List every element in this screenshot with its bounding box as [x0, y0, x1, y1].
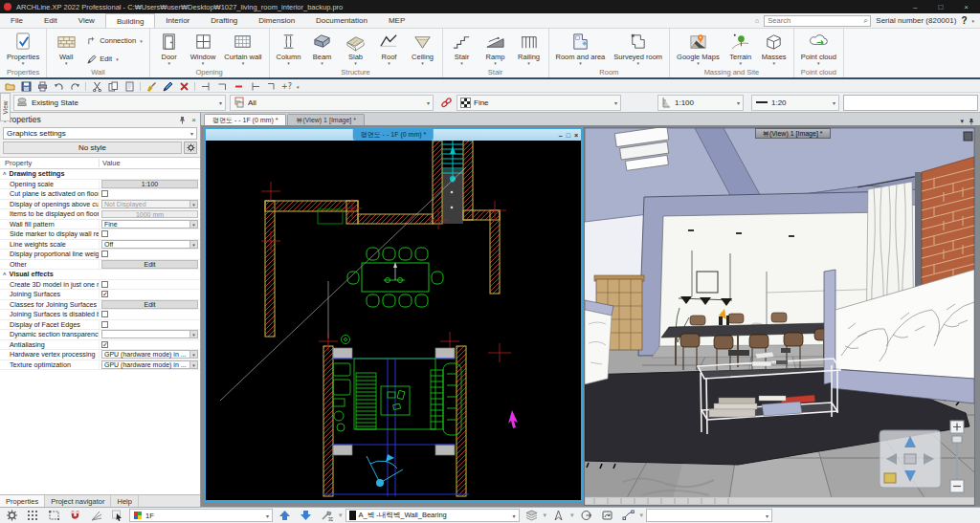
- wall-fill-pattern-select[interactable]: Fine▾: [101, 220, 198, 229]
- wall-break-tool-button[interactable]: [233, 81, 244, 92]
- ribbon-button-properties[interactable]: Properties▾: [7, 32, 39, 65]
- rotate-view-button[interactable]: [598, 509, 616, 522]
- print-button[interactable]: [36, 81, 48, 92]
- wall-l-tool-button[interactable]: [265, 81, 277, 92]
- undo-button[interactable]: [53, 81, 64, 92]
- lineweight-combo[interactable]: 1:20 ▾: [751, 95, 839, 111]
- plan-close-icon[interactable]: ×: [574, 132, 578, 139]
- tab-floor-plan[interactable]: 평면도 - - 1F (0 mm) *: [204, 114, 286, 125]
- tabbar-pin-icon[interactable]: [969, 118, 974, 125]
- wall-type-combo[interactable]: A_벽 -내력벽_Wall_Bearing ▾: [345, 509, 520, 522]
- ribbon-button-beam[interactable]: Beam▾: [310, 32, 335, 65]
- close-button[interactable]: ×: [964, 3, 969, 11]
- ribbon-button-google-maps[interactable]: Google Maps▾: [677, 32, 720, 65]
- grid-toggle-button[interactable]: [24, 509, 42, 522]
- graphics-settings-select[interactable]: Graphics settings ▾: [3, 127, 197, 140]
- floor-plan-canvas[interactable]: [206, 141, 581, 500]
- paste-button[interactable]: [123, 81, 135, 92]
- link-hatch-button[interactable]: [437, 95, 455, 111]
- plan-minimize-icon[interactable]: –: [559, 132, 563, 139]
- qat-caret-icon[interactable]: ▾: [297, 84, 300, 90]
- polyline-edit-button[interactable]: [619, 509, 637, 522]
- tab-help[interactable]: Help: [111, 495, 138, 507]
- view-side-tab[interactable]: View: [0, 93, 11, 121]
- wall-end-tool-button[interactable]: [200, 81, 212, 92]
- view-3d-window[interactable]: 뷰(View) 1 [Image] *: [584, 127, 975, 506]
- delete-button[interactable]: [178, 81, 189, 92]
- line-weights-scale-select[interactable]: Off▾: [101, 240, 198, 249]
- minimize-button[interactable]: –: [913, 3, 917, 11]
- wall-tee-tool-button[interactable]: [249, 81, 260, 92]
- floor-up-button[interactable]: [276, 509, 294, 522]
- ribbon-button-door[interactable]: Door▾: [157, 32, 182, 65]
- angle-snap-button[interactable]: [87, 509, 105, 522]
- section-visual-effects[interactable]: ˄Visual effects: [0, 270, 200, 280]
- cut-button[interactable]: [91, 81, 102, 92]
- selection-frame-button[interactable]: [45, 509, 63, 522]
- maximize-button[interactable]: □: [938, 3, 943, 11]
- ribbon-button-stair[interactable]: Stair▾: [450, 32, 475, 65]
- format-painter-button[interactable]: [145, 81, 157, 92]
- cut-plane-checkbox[interactable]: [101, 190, 108, 197]
- item-count-tool[interactable]: +?: [281, 82, 292, 91]
- menu-building[interactable]: Building: [105, 13, 155, 28]
- home-icon[interactable]: ⌂: [755, 17, 759, 24]
- classes-joining-edit-button[interactable]: Edit: [101, 300, 198, 309]
- scale-combo[interactable]: 1:100 ▾: [657, 95, 744, 111]
- ribbon-button-masses[interactable]: Masses▾: [762, 32, 787, 65]
- menu-documentation[interactable]: Documentation: [305, 13, 378, 28]
- one-material-checkbox[interactable]: [101, 281, 108, 288]
- ribbon-button-column[interactable]: Column▾: [277, 32, 301, 65]
- view-3d-window-tab[interactable]: 뷰(View) 1 [Image] *: [755, 128, 831, 139]
- settings-button[interactable]: [3, 509, 21, 522]
- help-icon[interactable]: ?: [961, 15, 967, 26]
- ribbon-button-window[interactable]: Window▾: [190, 32, 216, 65]
- menu-interior[interactable]: Interior: [155, 13, 200, 28]
- proportional-line-weights-checkbox[interactable]: [101, 251, 108, 257]
- menu-drafting[interactable]: Drafting: [200, 13, 248, 28]
- facet-edges-checkbox[interactable]: [101, 321, 108, 328]
- command-input-combo[interactable]: ▾: [646, 509, 772, 522]
- floor-plan-window[interactable]: 평면도 - - 1F (0 mm) * – □ ×: [204, 127, 583, 502]
- view-pin-icon[interactable]: [964, 132, 972, 141]
- state-combo[interactable]: Existing State ▾: [13, 95, 226, 111]
- floor-plan-window-tab[interactable]: 평면도 - - 1F (0 mm) *: [353, 129, 434, 141]
- style-gear-button[interactable]: [184, 142, 197, 154]
- edit-pencil-button[interactable]: [162, 81, 173, 92]
- ribbon-button-roof[interactable]: Roof▾: [377, 32, 402, 65]
- coordinate-input[interactable]: [843, 95, 978, 111]
- tab-3d-view[interactable]: 뷰(View) 1 [Image] *: [287, 114, 365, 125]
- floor-down-button[interactable]: [297, 509, 315, 522]
- ribbon-button-point-cloud[interactable]: Point cloud▾: [801, 32, 836, 65]
- build-3d-button[interactable]: 3D: [318, 509, 336, 522]
- ribbon-button-curtain-wall[interactable]: Curtain wall▾: [224, 32, 261, 65]
- floor-combo[interactable]: 1F ▾: [129, 509, 273, 522]
- save-button[interactable]: [20, 81, 32, 92]
- section-drawing-settings[interactable]: ˄Drawing settings: [0, 169, 200, 180]
- plan-restore-icon[interactable]: □: [567, 132, 570, 139]
- opening-scale-button[interactable]: 1:100: [101, 180, 198, 188]
- menu-view[interactable]: View: [68, 13, 105, 28]
- snap-magnet-button[interactable]: [66, 509, 84, 522]
- redo-button[interactable]: [69, 81, 80, 92]
- layer-combo[interactable]: All ▾: [230, 95, 434, 111]
- ribbon-button-ramp[interactable]: Ramp▾: [483, 32, 508, 65]
- items-displayed-button[interactable]: 1000 mm: [101, 210, 198, 219]
- section-transparency-select[interactable]: ▾: [101, 330, 198, 338]
- north-arrow-button[interactable]: [549, 509, 568, 522]
- copy-button[interactable]: [107, 81, 119, 92]
- open-button[interactable]: [4, 81, 15, 92]
- view-3d-canvas[interactable]: [585, 128, 974, 505]
- ribbon-button-wall-edit[interactable]: Edit▾: [87, 54, 142, 64]
- select-mode-button[interactable]: [108, 509, 126, 522]
- navigation-pad[interactable]: [880, 430, 941, 488]
- side-marker-checkbox[interactable]: [101, 230, 108, 237]
- ribbon-button-railing[interactable]: Railing▾: [517, 32, 542, 65]
- style-name-button[interactable]: No style: [3, 142, 182, 154]
- search-input[interactable]: [765, 16, 863, 25]
- ribbon-button-ceiling[interactable]: Ceiling▾: [411, 32, 435, 65]
- ribbon-button-connection[interactable]: Connection▾: [87, 36, 142, 46]
- panel-close-icon[interactable]: ×: [191, 116, 196, 124]
- tabbar-caret-icon[interactable]: ▾: [960, 118, 964, 125]
- menu-dimension[interactable]: Dimension: [248, 13, 305, 28]
